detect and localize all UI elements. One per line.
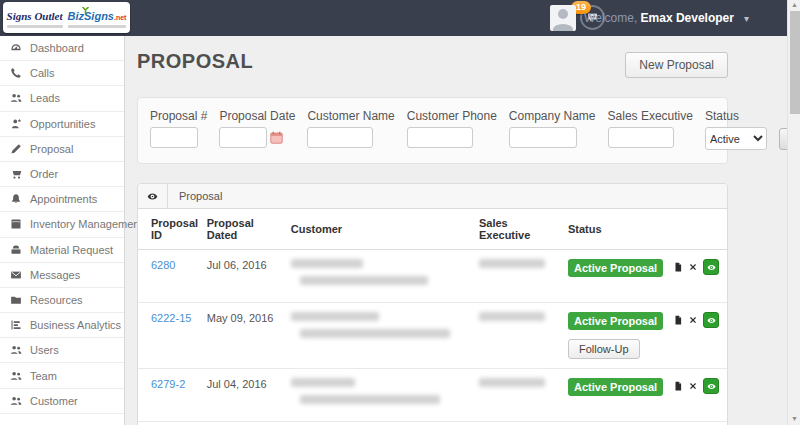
view-proposal-button[interactable] bbox=[703, 312, 719, 328]
welcome-label: Welcome, bbox=[584, 11, 637, 25]
envelope-icon bbox=[10, 269, 22, 281]
copy-file-icon bbox=[673, 261, 683, 273]
status-badge: Active Proposal bbox=[568, 378, 663, 396]
scrollbar-thumb[interactable] bbox=[790, 11, 800, 114]
redacted-sales-executive bbox=[479, 378, 545, 387]
sidebar-item-label: Resources bbox=[30, 294, 83, 306]
proposal-input[interactable] bbox=[150, 127, 198, 148]
filter-field-company-name: Company Name bbox=[509, 109, 596, 148]
delete-proposal-button[interactable] bbox=[688, 315, 698, 325]
proposal-id-link[interactable]: 6280 bbox=[151, 259, 175, 271]
sidebar-item-label: Team bbox=[30, 370, 57, 382]
fax-phone-icon bbox=[10, 244, 22, 256]
status-select[interactable]: Active bbox=[705, 127, 767, 150]
leaf-icon bbox=[81, 2, 90, 18]
customer-name-input[interactable] bbox=[307, 127, 373, 148]
view-proposal-button[interactable] bbox=[703, 259, 719, 275]
vertical-scrollbar[interactable]: ▲ ▼ bbox=[787, 0, 800, 425]
scrollbar-down-arrow[interactable]: ▼ bbox=[788, 414, 800, 424]
sidebar-item-label: Users bbox=[30, 344, 59, 356]
sidebar-item-team[interactable]: Team bbox=[0, 363, 124, 388]
users-icon bbox=[10, 395, 22, 407]
proposal-date-input[interactable] bbox=[219, 127, 267, 148]
column-header-proposal-dated: Proposal Dated bbox=[201, 209, 285, 250]
sidebar-item-inventory-management[interactable]: Inventory Management bbox=[0, 212, 124, 237]
redacted-customer bbox=[300, 276, 428, 285]
sidebar-item-resources[interactable]: Resources bbox=[0, 288, 124, 313]
proposal-date: Jul 04, 2016 bbox=[207, 378, 267, 390]
delete-proposal-button[interactable] bbox=[688, 262, 698, 272]
users-icon bbox=[10, 370, 22, 382]
filter-label: Company Name bbox=[509, 109, 596, 123]
bizsigns-wordmark: BizSigns.net bbox=[68, 10, 127, 22]
scrollbar-up-arrow[interactable]: ▲ bbox=[788, 0, 800, 10]
bizsigns-logo: BizSigns.net bbox=[68, 7, 127, 28]
sidebar-item-label: Proposal bbox=[30, 143, 73, 155]
column-header-actions bbox=[662, 209, 727, 250]
sales-executive-input[interactable] bbox=[608, 127, 674, 148]
sidebar-item-dashboard[interactable]: Dashboard bbox=[0, 36, 124, 61]
delete-proposal-button[interactable] bbox=[688, 381, 698, 391]
status-badge: Active Proposal bbox=[568, 312, 663, 330]
filter-panel: Proposal #Proposal DateCustomer NameCust… bbox=[137, 97, 728, 164]
dashboard-icon bbox=[10, 42, 22, 54]
eye-icon bbox=[146, 191, 159, 202]
sidebar-item-label: Calls bbox=[30, 67, 54, 79]
proposal-date: May 09, 2016 bbox=[207, 312, 274, 324]
redacted-sales-executive bbox=[479, 259, 545, 268]
logo[interactable]: Signs Outlet BizSigns.net bbox=[3, 2, 130, 33]
status-badge: Active Proposal bbox=[568, 259, 663, 277]
redacted-customer bbox=[291, 259, 363, 268]
sidebar-item-leads[interactable]: Leads bbox=[0, 86, 124, 111]
sidebar-item-opportunities[interactable]: Opportunities bbox=[0, 112, 124, 137]
column-header-proposal-id: Proposal ID bbox=[138, 209, 201, 250]
proposal-table-panel: Proposal Proposal IDProposal DatedCustom… bbox=[137, 183, 728, 425]
customer-phone-input[interactable] bbox=[407, 127, 473, 148]
sidebar-item-business-analytics[interactable]: Business Analytics bbox=[0, 313, 124, 338]
sidebar-item-calls[interactable]: Calls bbox=[0, 61, 124, 86]
sidebar-item-customer[interactable]: Customer bbox=[0, 389, 124, 414]
filter-label: Customer Phone bbox=[407, 109, 497, 123]
copy-proposal-button[interactable] bbox=[673, 261, 683, 273]
app-window: Signs Outlet BizSigns.net 19 Welcome, Em… bbox=[0, 0, 800, 425]
new-proposal-button[interactable]: New Proposal bbox=[625, 52, 728, 78]
proposal-id-link[interactable]: 6222-15 bbox=[151, 312, 191, 324]
filter-field-sales-executive: Sales Executive bbox=[608, 109, 693, 148]
proposal-date: Jul 06, 2016 bbox=[207, 259, 267, 271]
sidebar-item-label: Appointments bbox=[30, 193, 97, 205]
proposal-id-link[interactable]: 6279-2 bbox=[151, 378, 185, 390]
copy-proposal-button[interactable] bbox=[673, 314, 683, 326]
follow-up-button[interactable]: Follow-Up bbox=[568, 339, 640, 359]
close-icon bbox=[688, 381, 698, 391]
sidebar-item-messages[interactable]: Messages bbox=[0, 263, 124, 288]
folder-icon bbox=[10, 294, 22, 306]
user-menu[interactable]: Welcome, Emax Developer ▾ bbox=[550, 5, 749, 31]
sidebar-item-proposal[interactable]: Proposal bbox=[0, 137, 124, 162]
opportunity-icon bbox=[10, 118, 22, 130]
sidebar-item-appointments[interactable]: Appointments bbox=[0, 187, 124, 212]
filter-button[interactable]: Filter bbox=[779, 128, 787, 150]
sidebar-item-label: Customer bbox=[30, 395, 78, 407]
close-icon bbox=[688, 262, 698, 272]
sidebar-item-users[interactable]: Users bbox=[0, 338, 124, 363]
users-icon bbox=[10, 344, 22, 356]
filter-label: Proposal # bbox=[150, 109, 207, 123]
table-row: 6279-2Jul 04, 2016Active Proposal bbox=[138, 369, 727, 422]
sidebar-item-material-request[interactable]: Material Request bbox=[0, 238, 124, 263]
view-proposal-button[interactable] bbox=[703, 378, 719, 394]
page-title: PROPOSAL bbox=[137, 50, 253, 73]
view-eye-icon bbox=[706, 316, 717, 325]
copy-proposal-button[interactable] bbox=[673, 380, 683, 392]
sidebar-item-order[interactable]: Order bbox=[0, 162, 124, 187]
filter-label: Customer Name bbox=[307, 109, 394, 123]
sidebar: DashboardCallsLeadsOpportunitiesProposal… bbox=[0, 36, 125, 425]
company-name-input[interactable] bbox=[509, 127, 577, 148]
sidebar-item-label: Material Request bbox=[30, 244, 113, 256]
panel-header: Proposal bbox=[138, 184, 727, 209]
phone-icon bbox=[10, 67, 22, 79]
user-name: Emax Developer bbox=[641, 11, 734, 25]
toggle-visibility-button[interactable] bbox=[138, 184, 168, 208]
status-filter: Status Active bbox=[705, 109, 767, 150]
redacted-customer bbox=[291, 378, 355, 387]
filter-field-proposal-date: Proposal Date bbox=[219, 109, 295, 148]
